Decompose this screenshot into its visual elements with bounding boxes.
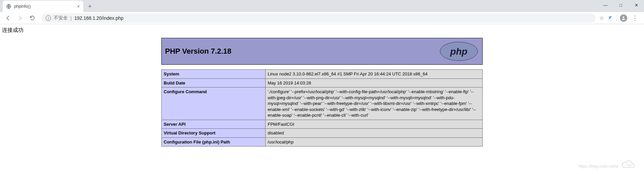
bird-icon [607,15,613,20]
site-info-icon[interactable]: i [46,15,51,21]
table-key: Virtual Directory Support [162,129,266,138]
table-key: Configuration File (php.ini) Path [162,137,266,147]
browser-toolbar: i 不安全 | 192.168.1.20/index.php ☆ ⋮ [0,12,644,24]
window-maximize-button[interactable]: □ [613,0,629,10]
window-close-button[interactable]: ✕ [629,0,644,10]
window-controls: — □ ✕ [598,0,644,10]
separator: | [70,15,72,21]
browser-tab[interactable]: phpinfo() × [3,1,83,12]
php-logo-icon: php [439,41,479,62]
connection-message: 连接成功 [0,24,644,38]
phpinfo-table: SystemLinux node2 3.10.0-862.el7.x86_64 … [161,69,483,147]
globe-icon [6,4,11,9]
table-row: Server APIFPM/FastCGI [162,120,483,129]
phpinfo-container: PHP Version 7.2.18 php SystemLinux node2… [161,38,483,147]
bookmark-star-icon[interactable]: ☆ [599,15,604,21]
tab-title: phpinfo() [14,4,31,9]
cloud-icon: 亿速云 [621,160,637,172]
table-row: Configuration File (php.ini) Path/usr/lo… [162,137,483,147]
svg-text:php: php [450,46,467,57]
arrow-left-icon [5,15,11,21]
person-icon [621,16,626,20]
table-value: './configure' '--prefix=/usr/local/php' … [266,88,483,120]
table-row: Configure Command'./configure' '--prefix… [162,88,483,120]
watermark-text: https://blog.csdn.net/q [579,164,618,169]
page-viewport[interactable]: 连接成功 PHP Version 7.2.18 php SystemLinux … [0,24,644,174]
phpinfo-tbody: SystemLinux node2 3.10.0-862.el7.x86_64 … [162,70,483,147]
table-key: Configure Command [162,88,266,120]
svg-text:亿速云: 亿速云 [626,164,633,166]
insecure-label: 不安全 [54,15,68,21]
table-row: Build DateMay 16 2019 14:03:28 [162,78,483,88]
url-text: 192.168.1.20/index.php [74,15,123,21]
php-version-title: PHP Version 7.2.18 [165,47,231,56]
address-bar[interactable]: i 不安全 | 192.168.1.20/index.php [42,13,595,23]
table-row: SystemLinux node2 3.10.0-862.el7.x86_64 … [162,70,483,79]
table-row: Virtual Directory Supportdisabled [162,129,483,138]
toolbar-right: ☆ ⋮ [599,14,641,22]
table-value: FPM/FastCGI [266,120,483,129]
arrow-right-icon [17,15,23,21]
table-value: disabled [266,129,483,138]
table-value: May 16 2019 14:03:28 [266,78,483,88]
phpinfo-header: PHP Version 7.2.18 php [161,38,483,65]
new-tab-button[interactable]: + [85,2,95,11]
toolbar-divider [616,14,616,22]
table-key: Build Date [162,78,266,88]
window-minimize-button[interactable]: — [598,0,613,10]
back-button[interactable] [3,13,13,23]
table-key: Server API [162,120,266,129]
watermark: https://blog.csdn.net/q 亿速云 [579,160,637,172]
reload-button[interactable] [27,13,38,23]
table-value: /usr/local/php [266,137,483,147]
reload-icon [30,15,35,21]
table-key: System [162,70,266,79]
browser-chrome: phpinfo() × + — □ ✕ i 不安全 | 192.168.1.20… [0,0,644,24]
close-tab-icon[interactable]: × [77,4,80,9]
tab-strip: phpinfo() × + — □ ✕ [0,0,644,12]
extension-icon[interactable] [607,15,613,21]
profile-avatar[interactable] [620,14,627,22]
svg-point-1 [623,16,625,18]
menu-button[interactable]: ⋮ [631,14,639,22]
forward-button[interactable] [15,13,25,23]
table-value: Linux node2 3.10.0-862.el7.x86_64 #1 SMP… [266,70,483,79]
